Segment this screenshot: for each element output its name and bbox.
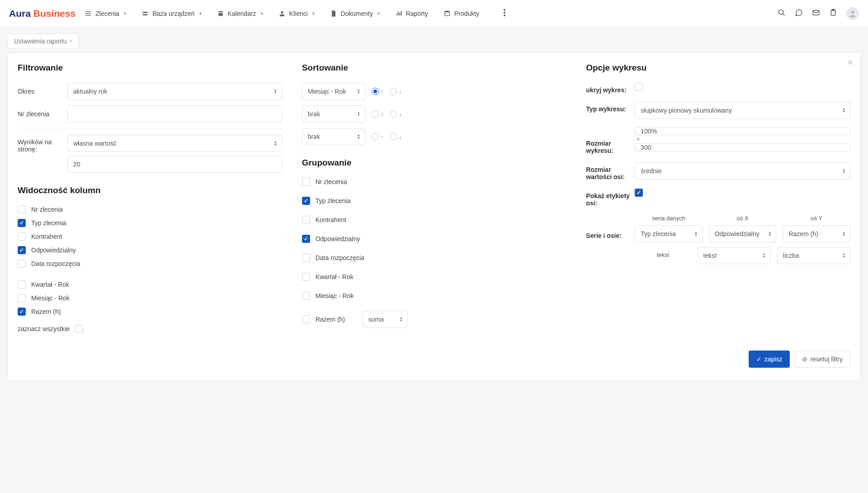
checkbox-hide-chart[interactable] — [635, 83, 643, 91]
column-check[interactable]: Kwartał - Rok — [18, 280, 282, 289]
group-check[interactable]: Kwartał - Rok — [302, 273, 566, 281]
group-check[interactable]: Typ zlecenia — [302, 197, 566, 205]
reset-filters-button[interactable]: ⊘ resetuj filtry — [794, 351, 850, 368]
sort-row: brak▲▼↑↓ — [302, 105, 566, 123]
sort-asc[interactable]: ↑ — [372, 88, 384, 95]
chat-icon[interactable] — [795, 9, 803, 18]
logo-business: Business — [33, 8, 75, 19]
checkbox-icon[interactable] — [302, 216, 310, 224]
avatar[interactable] — [846, 7, 859, 20]
column-check[interactable]: Kontrahent — [18, 232, 282, 241]
checkbox-icon[interactable] — [18, 246, 26, 254]
nav-reports[interactable]: Raporty — [395, 10, 428, 17]
select-caret-icon: ▲▼ — [842, 108, 845, 113]
chevron-down-icon: ▾ — [261, 11, 263, 16]
select-sort-field[interactable]: brak▲▼ — [302, 128, 365, 145]
select-perpage-mode[interactable]: własna wartość ▲▼ — [67, 135, 282, 152]
column-check[interactable]: Typ zlecenia — [18, 219, 282, 227]
radio-icon[interactable] — [372, 88, 379, 95]
sort-asc[interactable]: ↑ — [372, 110, 384, 118]
select-sort-field[interactable]: Miesiąc - Rok▲▼ — [302, 83, 365, 100]
nav-products[interactable]: Produkty — [443, 10, 479, 17]
select-caret-icon: ▲▼ — [357, 111, 360, 117]
checkbox-icon[interactable] — [302, 197, 310, 205]
nav-clients[interactable]: Klienci ▾ — [278, 10, 315, 17]
checkbox-icon[interactable] — [18, 308, 26, 316]
input-order-no[interactable] — [67, 105, 282, 123]
clipboard-icon[interactable] — [829, 9, 837, 18]
checkbox-show-axis-labels[interactable] — [635, 189, 643, 197]
select-axis-x[interactable]: Odpowiedzialny▲▼ — [709, 225, 777, 242]
input-perpage-field[interactable] — [73, 161, 268, 168]
input-order-no-field[interactable] — [73, 110, 268, 118]
sort-desc[interactable]: ↓ — [390, 110, 402, 118]
mail-icon[interactable] — [812, 9, 820, 18]
group-check[interactable]: Data rozpoczęcia — [302, 254, 566, 262]
select-axis-size[interactable]: średnie ▲▼ — [635, 162, 850, 180]
nav-documents[interactable]: Dokumenty ▾ — [330, 10, 380, 17]
radio-icon[interactable] — [390, 88, 397, 95]
select-caret-icon: ▲▼ — [763, 253, 766, 258]
input-chart-width[interactable] — [635, 127, 850, 135]
input-perpage-value[interactable] — [67, 156, 282, 173]
checkbox-icon[interactable] — [75, 325, 83, 333]
column-check[interactable]: Nr zlecenia — [18, 205, 282, 213]
group-check[interactable]: Kontrahent — [302, 216, 566, 224]
sort-desc[interactable]: ↓ — [390, 88, 402, 95]
checkbox-icon[interactable] — [18, 280, 26, 289]
radio-icon[interactable] — [372, 133, 379, 140]
check-label: Typ zlecenia — [31, 219, 66, 227]
heading-sorting: Sortowanie — [302, 63, 566, 73]
checkbox-icon[interactable] — [302, 315, 310, 323]
nav-orders[interactable]: Zlecenia ▾ — [85, 10, 126, 17]
checkbox-icon[interactable] — [18, 219, 26, 227]
group-check[interactable]: Odpowiedzialny — [302, 235, 566, 243]
tab-report-settings[interactable]: Ustawienia raportu ▾ — [7, 33, 79, 49]
topbar: Aura Business Zlecenia ▾ Baza urządzeń ▾… — [0, 0, 868, 27]
select-period[interactable]: aktualny rok ▲▼ — [67, 83, 282, 100]
select-caret-icon: ▲▼ — [274, 141, 277, 146]
column-check[interactable]: Data rozpoczęcia — [18, 260, 282, 268]
nav-devices[interactable]: Baza urządzeń ▾ — [142, 10, 201, 17]
checkbox-icon[interactable] — [18, 294, 26, 302]
select-axis-x-type[interactable]: tekst▲▼ — [698, 247, 771, 264]
group-check[interactable]: Miesiąc - Rok — [302, 292, 566, 300]
checkbox-icon[interactable] — [302, 235, 310, 243]
checkbox-icon[interactable] — [18, 205, 26, 213]
more-menu[interactable] — [504, 9, 505, 18]
select-razem-agg[interactable]: suma▲▼ — [363, 311, 408, 328]
nav-calendar[interactable]: Kalendarz ▾ — [217, 10, 263, 17]
save-button[interactable]: ✓ zapisz — [749, 351, 790, 368]
chevron-down-icon: ▾ — [124, 11, 126, 16]
sort-asc[interactable]: ↑ — [372, 133, 384, 140]
checkbox-icon[interactable] — [302, 273, 310, 281]
checkbox-icon[interactable] — [302, 178, 310, 186]
search-icon[interactable] — [778, 9, 786, 18]
radio-icon[interactable] — [372, 110, 379, 118]
checkbox-icon[interactable] — [18, 260, 26, 268]
sort-desc[interactable]: ↓ — [390, 133, 402, 140]
column-check[interactable]: Miesiąc - Rok — [18, 294, 282, 302]
select-axis-y-type[interactable]: liczba▲▼ — [777, 247, 850, 264]
column-check[interactable]: Razem (h) — [18, 308, 282, 316]
checkbox-icon[interactable] — [302, 254, 310, 262]
input-chart-height[interactable] — [635, 143, 850, 152]
column-check[interactable]: Odpowiedzialny — [18, 246, 282, 254]
checkbox-icon[interactable] — [302, 292, 310, 300]
group-check[interactable]: Nr zlecenia — [302, 178, 566, 186]
radio-icon[interactable] — [390, 110, 397, 118]
select-all-row[interactable]: zaznacz wszystkie — [18, 325, 282, 333]
tab-label: Ustawienia raportu — [14, 38, 67, 45]
select-series[interactable]: Typ zlecenia▲▼ — [635, 225, 703, 242]
times-icon: × — [635, 136, 850, 142]
select-axis-y[interactable]: Razem (h)▲▼ — [783, 225, 850, 242]
col-sorting: Sortowanie Miesiąc - Rok▲▼↑↓brak▲▼↑↓brak… — [302, 63, 566, 337]
close-icon[interactable]: ✕ — [847, 58, 853, 67]
check-label: Razem (h) — [316, 316, 345, 323]
group-check-razem[interactable]: Razem (h) — [302, 315, 356, 323]
select-chart-type[interactable]: słupkowy pionowy skumulowany ▲▼ — [635, 102, 850, 119]
select-sort-field[interactable]: brak▲▼ — [302, 105, 365, 123]
svg-point-2 — [504, 14, 505, 16]
radio-icon[interactable] — [390, 133, 397, 140]
checkbox-icon[interactable] — [18, 232, 26, 241]
